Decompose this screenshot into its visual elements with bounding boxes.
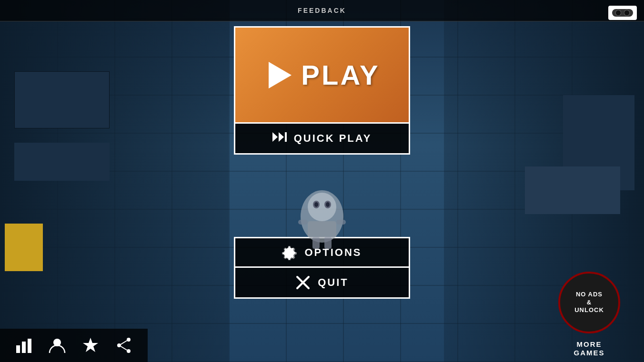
svg-marker-24 [83, 338, 98, 352]
no-ads-text: NO ADS & UNLOCK [574, 291, 604, 315]
star-icon [82, 337, 99, 354]
svg-rect-20 [16, 345, 20, 353]
buttons-container: PLAY QUICK PLAY OPTIONS [234, 26, 410, 299]
no-ads-button[interactable]: NO ADS & UNLOCK [558, 272, 620, 333]
vr-icon [612, 8, 633, 18]
main-layout: FEEDBACK PLAY QUICK PLAY [0, 0, 644, 362]
x-icon [295, 275, 311, 290]
favorites-button[interactable] [78, 333, 103, 358]
svg-marker-5 [279, 132, 284, 142]
share-button[interactable] [111, 333, 136, 358]
svg-point-27 [127, 349, 131, 353]
svg-rect-17 [324, 237, 332, 249]
svg-point-25 [127, 338, 131, 342]
more-games-label[interactable]: MORE GAMES [558, 340, 620, 357]
svg-line-29 [121, 346, 127, 350]
svg-rect-3 [621, 11, 624, 14]
svg-line-28 [121, 341, 127, 344]
svg-point-14 [326, 202, 330, 207]
feedback-button[interactable]: FEEDBACK [298, 7, 346, 14]
profile-button[interactable] [45, 333, 70, 358]
shelf-right-2 [525, 166, 620, 214]
vr-button[interactable] [608, 6, 637, 20]
svg-rect-6 [285, 132, 287, 142]
svg-marker-4 [272, 132, 278, 142]
svg-point-1 [615, 10, 621, 16]
quick-play-label: QUICK PLAY [294, 132, 372, 145]
play-button[interactable]: PLAY [234, 26, 410, 124]
svg-rect-16 [312, 237, 320, 249]
svg-rect-21 [22, 342, 26, 353]
right-decor [453, 24, 644, 309]
top-bar: FEEDBACK [0, 0, 644, 21]
share-icon [115, 337, 132, 354]
svg-point-2 [624, 10, 630, 16]
shelf-left-1 [14, 71, 110, 128]
svg-rect-19 [336, 220, 346, 225]
svg-point-10 [308, 193, 336, 221]
quick-play-button[interactable]: QUICK PLAY [234, 124, 410, 155]
shelf-left-2 [14, 143, 110, 181]
svg-rect-18 [298, 220, 308, 225]
robot-character [289, 181, 355, 252]
leaderboard-button[interactable] [11, 333, 36, 358]
svg-point-26 [117, 343, 121, 347]
profile-icon [49, 337, 66, 354]
left-decor [0, 24, 219, 309]
svg-point-13 [314, 202, 318, 207]
bottom-nav-bar [0, 329, 148, 362]
fast-forward-icon [272, 131, 287, 146]
yellow-object [5, 224, 43, 271]
play-icon [269, 62, 292, 88]
svg-rect-22 [28, 339, 31, 353]
leaderboard-icon [15, 337, 32, 354]
quit-label: QUIT [318, 276, 349, 289]
quit-button[interactable]: QUIT [234, 268, 410, 299]
play-label: PLAY [301, 59, 380, 91]
svg-rect-15 [308, 221, 336, 238]
